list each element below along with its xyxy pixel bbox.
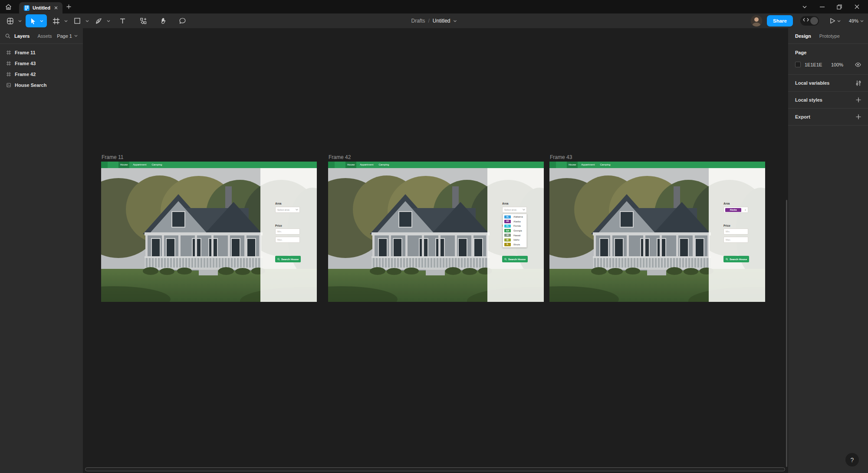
- mock-nav-camping[interactable]: Camping: [377, 162, 391, 168]
- tab-prototype[interactable]: Prototype: [819, 33, 840, 39]
- main-menu-button[interactable]: [3, 14, 17, 27]
- max-price-input[interactable]: Max.: [723, 237, 748, 243]
- breadcrumb-title[interactable]: Untitled: [433, 18, 450, 24]
- breadcrumb-chevron-icon[interactable]: [454, 20, 457, 22]
- hand-tool-button[interactable]: [156, 14, 171, 27]
- add-style-plus-icon[interactable]: [856, 97, 861, 103]
- page-color-swatch[interactable]: [795, 62, 801, 67]
- design-frame-11[interactable]: Frame 11 House Appartment Camping Area S…: [101, 162, 317, 302]
- restore-icon[interactable]: [831, 0, 848, 13]
- area-select[interactable]: Alaska x: [723, 207, 748, 213]
- layer-name: Frame 42: [15, 72, 36, 77]
- export-section[interactable]: Export: [788, 109, 868, 126]
- max-price-input[interactable]: Max.: [275, 237, 300, 243]
- toggle-knob: [810, 17, 818, 25]
- page-section: Page 1E1E1E 100%: [788, 44, 868, 75]
- frame-title[interactable]: Frame 43: [550, 154, 572, 160]
- layer-row-frame-11[interactable]: Frame 11: [0, 47, 83, 58]
- window-menu-chevron[interactable]: [796, 0, 813, 13]
- tab-design[interactable]: Design: [795, 33, 811, 39]
- local-variables-section[interactable]: Local variables: [788, 75, 868, 92]
- layer-row-frame-42[interactable]: Frame 42: [0, 69, 83, 79]
- mock-nav-appartment[interactable]: Appartment: [131, 162, 148, 168]
- home-button[interactable]: [0, 0, 16, 13]
- frame-tool-chevron-icon[interactable]: [63, 20, 68, 22]
- minimize-icon[interactable]: [813, 0, 831, 13]
- new-tab-button[interactable]: [62, 0, 76, 13]
- dev-mode-toggle[interactable]: [800, 16, 819, 26]
- mock-logo-block[interactable]: [328, 162, 335, 168]
- page-opacity-value[interactable]: 100%: [831, 62, 843, 67]
- share-button[interactable]: Share: [767, 15, 793, 26]
- mock-nav-camping[interactable]: Camping: [150, 162, 164, 168]
- layer-row-frame-43[interactable]: Frame 43: [0, 58, 83, 69]
- area-select[interactable]: Select area: [275, 207, 300, 213]
- local-styles-section[interactable]: Local styles: [788, 92, 868, 109]
- tab-assets[interactable]: Assets: [37, 33, 52, 39]
- area-label: Area: [723, 202, 730, 205]
- breadcrumb-drafts[interactable]: Drafts: [411, 18, 425, 24]
- canvas[interactable]: Frame 11 House Appartment Camping Area S…: [83, 28, 788, 473]
- visibility-eye-icon[interactable]: [855, 63, 861, 67]
- frame-tool-button[interactable]: [49, 14, 63, 27]
- add-export-plus-icon[interactable]: [856, 114, 861, 119]
- variables-icon[interactable]: [856, 80, 861, 86]
- page-color-hex[interactable]: 1E1E1E: [805, 62, 827, 67]
- play-icon[interactable]: [830, 18, 835, 24]
- layers-panel-header: Layers Assets Page 1: [0, 28, 83, 44]
- help-button[interactable]: ?: [845, 453, 859, 466]
- pen-tool-button[interactable]: [91, 14, 106, 27]
- frame-title[interactable]: Frame 11: [102, 154, 123, 160]
- mock-nav-camping[interactable]: Camping: [598, 162, 612, 168]
- present-chevron-icon[interactable]: [837, 20, 841, 22]
- document-tab[interactable]: Untitled: [19, 2, 62, 13]
- move-tool-chevron-icon[interactable]: [39, 20, 44, 22]
- search-house-button[interactable]: Search House: [502, 256, 528, 262]
- min-price-input[interactable]: Min.: [723, 228, 748, 235]
- figma-menu-icon: [4, 15, 16, 27]
- menu-chevron-icon[interactable]: [17, 20, 22, 22]
- search-icon[interactable]: [5, 33, 10, 39]
- text-tool-button[interactable]: [115, 14, 130, 27]
- search-house-button[interactable]: Search House: [723, 256, 749, 262]
- remove-selection-icon[interactable]: x: [745, 208, 746, 211]
- shape-tool-button[interactable]: [70, 14, 85, 27]
- comment-tool-button[interactable]: [175, 14, 190, 27]
- min-placeholder: Min.: [276, 230, 282, 233]
- mock-nav-house[interactable]: House: [345, 162, 356, 168]
- pen-tool-chevron-icon[interactable]: [106, 20, 111, 22]
- dropdown-option-illinois[interactable]: IL Illinois: [503, 242, 526, 247]
- mock-nav-appartment[interactable]: Appartment: [579, 162, 596, 168]
- dropdown-option-hawaii[interactable]: HI Hawaii: [503, 233, 526, 238]
- code-icon: [803, 18, 809, 22]
- vertical-scrollbar[interactable]: [786, 200, 787, 467]
- dropdown-option-florida[interactable]: FL Florida: [503, 224, 526, 228]
- design-frame-43[interactable]: Frame 43 House Appartment Camping Area A…: [549, 162, 765, 302]
- actions-tool-button[interactable]: [136, 14, 151, 27]
- dropdown-option-georgia[interactable]: GA Georgia: [503, 228, 526, 233]
- horizontal-scrollbar[interactable]: [85, 467, 785, 471]
- layer-row-house-search[interactable]: House Search: [0, 79, 83, 90]
- user-avatar[interactable]: [751, 15, 762, 26]
- zoom-menu[interactable]: 49%: [849, 18, 864, 23]
- dropdown-option-alaska[interactable]: AK Alaska: [503, 219, 526, 224]
- mock-nav-house[interactable]: House: [567, 162, 578, 168]
- mock-logo-block[interactable]: [101, 162, 108, 168]
- min-price-input[interactable]: Min.: [275, 228, 300, 235]
- page-selector[interactable]: Page 1: [57, 33, 78, 39]
- mock-logo-block[interactable]: [549, 162, 556, 168]
- shape-tool-chevron-icon[interactable]: [85, 20, 89, 22]
- frame-title[interactable]: Frame 42: [329, 154, 351, 160]
- tab-layers[interactable]: Layers: [14, 33, 30, 39]
- figma-app: Untitled: [0, 0, 868, 473]
- search-house-button[interactable]: Search House: [275, 256, 301, 262]
- move-tool-button[interactable]: [26, 14, 47, 27]
- design-frame-42[interactable]: Frame 42 House Appartment Camping Area S…: [328, 162, 544, 302]
- mock-nav-house[interactable]: House: [118, 162, 129, 168]
- dropdown-option-alabama[interactable]: AL Alabama: [503, 215, 526, 219]
- area-select[interactable]: Select area: [502, 207, 527, 213]
- dropdown-option-idaho[interactable]: ID Idaho: [503, 238, 526, 242]
- tab-close-icon[interactable]: [54, 6, 58, 10]
- close-icon[interactable]: [848, 0, 865, 13]
- mock-nav-appartment[interactable]: Appartment: [358, 162, 375, 168]
